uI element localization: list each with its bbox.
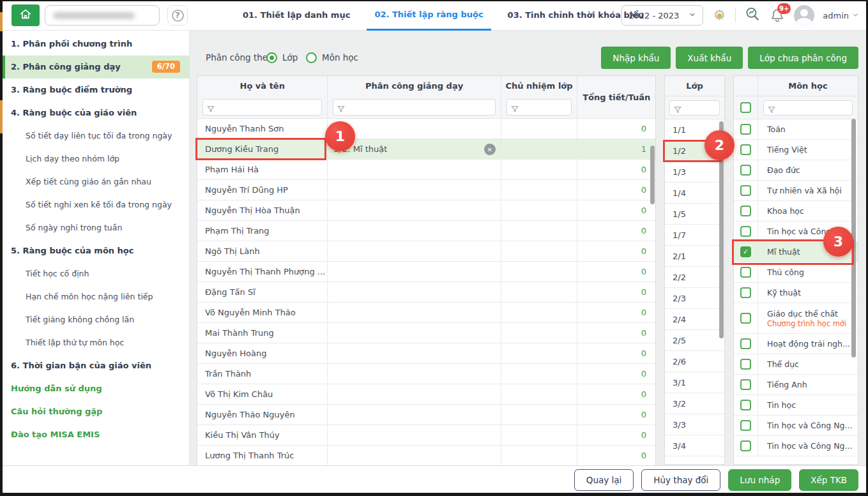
sidebar-link-cau-hoi[interactable]: Câu hỏi thường gặp [0,400,189,423]
notifications-button[interactable]: 9+ [769,7,786,24]
class-row[interactable]: 1/3 [665,162,724,183]
homeroom-cell[interactable] [501,425,578,445]
homeroom-cell[interactable] [501,384,578,404]
radio-mon-hoc-label[interactable]: Môn học [322,52,358,63]
checkbox[interactable] [740,185,751,196]
filter-name-input[interactable] [202,99,322,116]
home-button[interactable] [11,4,40,26]
sidebar-item-thoi-gian-ban[interactable]: 6. Thời gian bận của giáo viên [0,354,189,377]
sidebar-item-rang-buoc-mon-hoc[interactable]: 5. Ràng buộc của môn học [0,239,189,262]
filter-homeroom-input[interactable] [506,99,572,116]
subject-row[interactable]: Tin học và Công Ng... [734,416,858,436]
class-row[interactable]: 2/6 [665,351,724,372]
checkbox[interactable] [740,440,751,451]
class-row[interactable]: 2/2 [665,267,724,288]
class-row[interactable]: 1/7 [665,225,724,246]
sidebar-subitem-so-tiet-lien-tuc[interactable]: Số tiết dạy liên tục tối đa trong ngày [0,124,189,147]
homeroom-cell[interactable] [501,343,578,363]
sidebar-subitem-so-tiet-nghi-xen-ke[interactable]: Số tiết nghỉ xen kẽ tối đa trong ngày [0,193,189,216]
filter-subject-input[interactable] [763,100,853,116]
subject-row[interactable]: Tiếng Anh [734,375,858,395]
table-scrollbar-thumb[interactable] [650,146,655,204]
table-row[interactable]: Nguyễn Thị Hòa Thuận 0 [197,200,655,221]
homeroom-cell[interactable] [501,282,578,302]
table-row[interactable]: Mai Thành Trung 0 [197,323,655,343]
table-row[interactable]: Nguyễn Hoàng 0 [197,343,655,364]
homeroom-cell[interactable] [501,303,578,322]
sidebar-item-rang-buoc-diem-truong[interactable]: 3. Ràng buộc điểm trường [0,79,189,101]
assignment-cell[interactable] [328,446,501,465]
teacher-name-cell[interactable]: Phạm Thị Trang [197,221,328,241]
subject-row[interactable]: Hoạt động trải ngh... [734,334,858,354]
teacher-name-cell[interactable]: Võ Thị Kim Châu [197,384,328,404]
sidebar-subitem-so-ngay-nghi[interactable]: Số ngày nghỉ trong tuần [0,216,189,239]
teacher-name-cell[interactable]: Võ Nguyễn Minh Thảo [197,303,328,322]
checkbox[interactable] [740,287,751,298]
tab-thiet-lap-rang-buoc[interactable]: 02. Thiết lập ràng buộc [367,0,491,31]
assignment-cell[interactable] [328,282,501,302]
teacher-name-cell[interactable]: Lương Thị Thanh Trúc [197,446,328,465]
sidebar-subitem-han-che-mon-nang[interactable]: Hạn chế môn học nặng liên tiếp [0,285,189,308]
table-row[interactable]: Nguyễn Thanh Sơn 0 [197,119,655,139]
sidebar-subitem-lich-day-nhom-lop[interactable]: Lịch dạy theo nhóm lớp [0,147,189,170]
settings-button[interactable]: ⚙ [712,8,727,23]
assignment-cell[interactable] [328,364,501,384]
teacher-name-cell[interactable]: Kiều Thị Vân Thúy [197,425,328,445]
assignment-cell[interactable] [328,384,501,404]
checkbox[interactable] [740,226,751,237]
subject-row[interactable]: Toán [734,119,858,140]
back-button[interactable]: Quay lại [574,469,634,491]
homeroom-cell[interactable] [501,446,578,465]
teacher-name-cell[interactable]: Nguyễn Thảo Nguyên [197,405,328,425]
teacher-name-cell[interactable]: Đặng Tấn Sĩ [197,282,328,302]
checkbox-checked[interactable] [740,246,751,257]
subject-row[interactable]: Kỹ thuật [734,283,858,303]
checkbox[interactable] [740,267,751,278]
class-row[interactable]: 1/4 [665,183,724,204]
assignment-cell[interactable] [328,221,501,241]
homeroom-cell[interactable] [501,323,578,343]
checkbox[interactable] [740,420,751,431]
class-row[interactable]: 2/1 [665,246,724,267]
table-row[interactable]: Phạm Thị Trang 0 [197,221,655,241]
assignment-cell[interactable]: 1/2: Mĩ thuật ✕ [328,139,501,159]
class-row[interactable]: 2/3 [665,288,724,309]
class-row[interactable]: 3/1 [665,372,724,393]
subject-row[interactable]: Tin học [734,395,858,416]
assignment-cell[interactable] [328,200,501,220]
sidebar-link-dao-tao[interactable]: Đào tạo MISA EMIS [0,423,189,446]
homeroom-cell[interactable] [501,364,578,384]
teacher-name-cell[interactable]: Trần Thành [197,364,328,384]
homeroom-cell[interactable] [501,160,578,179]
unassigned-classes-button[interactable]: Lớp chưa phân công [748,47,858,69]
user-menu[interactable]: admin [823,11,859,20]
homeroom-cell[interactable] [501,119,578,139]
checkbox[interactable] [740,338,751,349]
subject-panel-scrollbar-thumb[interactable] [851,119,856,357]
checkbox[interactable] [740,144,751,155]
class-row-selected[interactable]: 1/2 [665,140,724,162]
sidebar-item-phan-cong-giang-day[interactable]: 6/70 2. Phân công giảng dạy [0,56,189,79]
radio-lop[interactable] [266,52,277,63]
class-row[interactable]: 2/5 [665,330,724,351]
homeroom-cell[interactable] [501,405,578,425]
class-row[interactable]: 3/4 [665,435,724,456]
school-year-select[interactable]: 2022 - 2023 [621,5,703,26]
table-row[interactable]: Nguyễn Thị Thanh Phượng ... 0 [197,262,655,282]
teacher-name-cell[interactable]: Mai Thành Trung [197,323,328,343]
class-row[interactable]: 3/3 [665,414,724,435]
assignment-cell[interactable] [328,343,501,363]
subject-row[interactable]: Tin học và Công Ng... [734,436,858,456]
checkbox[interactable] [740,206,751,216]
teacher-name-cell[interactable]: Phạm Hải Hà [197,160,328,179]
subject-row[interactable]: Giáo dục thể chấtChương trình học mới [734,303,858,334]
homeroom-cell[interactable] [501,200,578,220]
assignment-cell[interactable] [328,241,501,261]
subject-row[interactable]: Khoa học [734,201,858,222]
class-panel-scrollbar-thumb[interactable] [719,121,724,338]
teacher-name-cell[interactable]: Nguyễn Thị Hòa Thuận [197,200,328,220]
assignment-cell[interactable] [328,425,501,445]
class-row[interactable]: 2/4 [665,309,724,330]
table-row[interactable]: Đặng Tấn Sĩ 0 [197,282,655,303]
checkbox[interactable] [740,359,751,370]
